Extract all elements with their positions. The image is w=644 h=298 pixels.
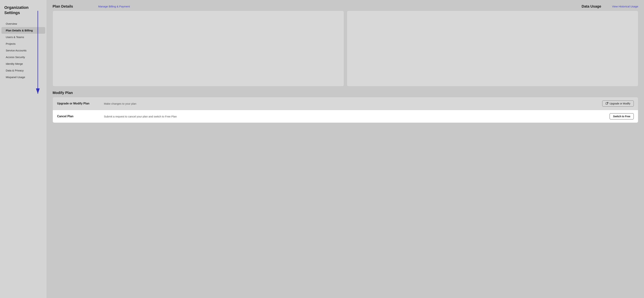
view-historical-usage-link[interactable]: View Historical Usage bbox=[612, 5, 638, 8]
upgrade-modify-desc: Make changes to your plan bbox=[104, 102, 602, 105]
sidebar-item-mixpanel-usage[interactable]: Mixpanel Usage bbox=[2, 74, 45, 80]
sidebar-item-label: Users & Teams bbox=[6, 36, 24, 39]
sidebar-item-users-teams[interactable]: Users & Teams bbox=[2, 34, 45, 40]
data-usage-panel bbox=[347, 11, 638, 86]
manage-billing-link[interactable]: Manage Billing & Payment bbox=[98, 5, 130, 8]
cancel-plan-title: Cancel Plan bbox=[57, 115, 104, 118]
upgrade-modify-row: Upgrade or Modify Plan Make changes to y… bbox=[53, 97, 638, 110]
main-content: Plan Details Manage Billing & Payment Da… bbox=[47, 0, 644, 298]
plan-details-panel bbox=[52, 11, 344, 86]
upgrade-modify-action: Upgrade or Modify bbox=[602, 100, 634, 107]
sidebar-item-projects[interactable]: Projects bbox=[2, 40, 45, 47]
data-usage-heading: Data Usage bbox=[582, 4, 601, 9]
modify-plan-heading: Modify Plan bbox=[52, 91, 638, 95]
modify-plan-section: Modify Plan Upgrade or Modify Plan Make … bbox=[52, 91, 638, 123]
external-link-icon bbox=[606, 102, 608, 105]
cancel-plan-desc: Submit a request to cancel your plan and… bbox=[104, 115, 610, 118]
sidebar-item-plan-details-billing[interactable]: Plan Details & Billing bbox=[2, 27, 45, 34]
sidebar-item-service-accounts[interactable]: Service Accounts bbox=[2, 47, 45, 54]
switch-to-free-button[interactable]: Switch to Free bbox=[610, 113, 634, 119]
data-usage-section: Data Usage View Historical Usage bbox=[582, 4, 638, 9]
top-sections-header: Plan Details Manage Billing & Payment Da… bbox=[52, 4, 638, 9]
sidebar-item-label: Identity Merge bbox=[6, 62, 23, 65]
sidebar-item-label: Plan Details & Billing bbox=[6, 29, 33, 32]
switch-to-free-button-label: Switch to Free bbox=[613, 115, 630, 118]
sidebar-item-access-security[interactable]: Access Security bbox=[2, 54, 45, 60]
sidebar-item-label: Data & Privacy bbox=[6, 69, 24, 72]
sidebar-title: Organization Settings bbox=[0, 5, 47, 20]
sidebar-item-label: Service Accounts bbox=[6, 49, 26, 52]
cancel-plan-action: Switch to Free bbox=[610, 113, 634, 119]
sidebar-item-label: Mixpanel Usage bbox=[6, 76, 25, 79]
sidebar-item-label: Overview bbox=[6, 22, 17, 25]
sidebar-item-data-privacy[interactable]: Data & Privacy bbox=[2, 67, 45, 74]
modify-plan-table: Upgrade or Modify Plan Make changes to y… bbox=[52, 97, 638, 123]
sidebar-item-label: Access Security bbox=[6, 56, 25, 59]
content-panels bbox=[52, 11, 638, 86]
upgrade-modify-button[interactable]: Upgrade or Modify bbox=[602, 100, 634, 107]
cancel-plan-row: Cancel Plan Submit a request to cancel y… bbox=[53, 110, 638, 123]
sidebar-item-label: Projects bbox=[6, 42, 16, 45]
sidebar-item-identity-merge[interactable]: Identity Merge bbox=[2, 60, 45, 67]
svg-rect-2 bbox=[606, 103, 608, 104]
upgrade-modify-button-label: Upgrade or Modify bbox=[610, 102, 630, 105]
plan-details-heading: Plan Details bbox=[52, 4, 73, 9]
sidebar: Organization Settings Overview Plan Deta… bbox=[0, 0, 47, 298]
sidebar-item-overview[interactable]: Overview bbox=[2, 20, 45, 27]
upgrade-modify-title: Upgrade or Modify Plan bbox=[57, 102, 104, 105]
